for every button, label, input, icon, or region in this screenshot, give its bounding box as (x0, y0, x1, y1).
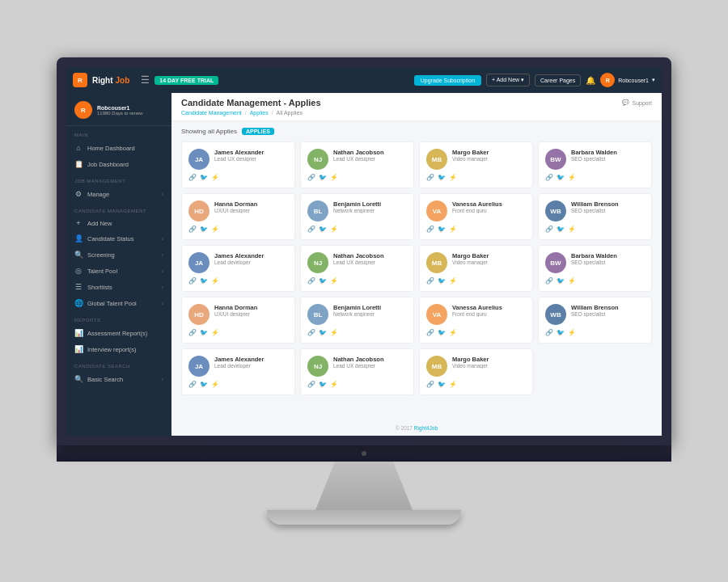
career-pages-button[interactable]: Career Pages (535, 74, 581, 86)
candidate-card[interactable]: NJ Nathan Jacobson Lead UX designer 🔗 🐦 … (300, 348, 414, 395)
twitter-icon[interactable]: 🐦 (319, 174, 327, 181)
support-link[interactable]: 💬 Support (622, 99, 652, 106)
twitter-icon[interactable]: 🐦 (438, 174, 446, 181)
candidate-card[interactable]: WB William Brenson SEO specialist 🔗 🐦 ⚡ (538, 297, 652, 344)
candidate-card[interactable]: VA Vanessa Aurelius Front end guru 🔗 🐦 ⚡ (419, 297, 533, 344)
candidate-card[interactable]: WB William Brenson SEO specialist 🔗 🐦 ⚡ (538, 193, 652, 240)
candidate-avatar: VA (426, 304, 447, 325)
hamburger-icon[interactable]: ☰ (141, 74, 150, 86)
candidate-card[interactable]: HD Hanna Dorman UX/UI designer 🔗 🐦 ⚡ (181, 297, 295, 344)
linkedin-icon[interactable]: 🔗 (307, 226, 315, 233)
github-icon[interactable]: ⚡ (211, 277, 219, 285)
twitter-icon[interactable]: 🐦 (200, 226, 208, 233)
github-icon[interactable]: ⚡ (568, 174, 576, 181)
candidate-card[interactable]: VA Vanessa Aurelius Front end guru 🔗 🐦 ⚡ (419, 193, 533, 240)
candidate-card[interactable]: MB Margo Baker Video manager 🔗 🐦 ⚡ (419, 245, 533, 292)
github-icon[interactable]: ⚡ (449, 226, 457, 233)
github-icon[interactable]: ⚡ (449, 277, 457, 285)
linkedin-icon[interactable]: 🔗 (545, 277, 553, 285)
sidebar-item-interview[interactable]: 📊 Interview report(s) (66, 341, 171, 357)
navbar-user[interactable]: R Robcouser1 ▾ (600, 73, 655, 87)
candidate-card[interactable]: BW Barbara Walden SEO specialist 🔗 🐦 ⚡ (538, 245, 652, 292)
linkedin-icon[interactable]: 🔗 (545, 226, 553, 233)
linkedin-icon[interactable]: 🔗 (188, 381, 197, 388)
linkedin-icon[interactable]: 🔗 (426, 277, 434, 285)
linkedin-icon[interactable]: 🔗 (307, 329, 315, 336)
twitter-icon[interactable]: 🐦 (557, 329, 565, 336)
sidebar-item-job[interactable]: 📋 Job Dashboard (66, 156, 171, 172)
github-icon[interactable]: ⚡ (568, 277, 576, 285)
notification-icon[interactable]: 🔔 (586, 76, 595, 85)
linkedin-icon[interactable]: 🔗 (426, 174, 434, 181)
twitter-icon[interactable]: 🐦 (200, 329, 208, 336)
twitter-icon[interactable]: 🐦 (200, 381, 208, 388)
candidate-card[interactable]: BL Benjamin Loretti Network engineer 🔗 🐦… (300, 193, 414, 240)
breadcrumb-applies[interactable]: Applies (250, 110, 269, 116)
github-icon[interactable]: ⚡ (449, 381, 457, 388)
footer-link[interactable]: Right4Job (414, 425, 438, 431)
github-icon[interactable]: ⚡ (330, 277, 338, 285)
sidebar-item-talent-pool[interactable]: ◎ Talent Pool › (66, 263, 171, 279)
linkedin-icon[interactable]: 🔗 (188, 226, 197, 233)
linkedin-icon[interactable]: 🔗 (426, 381, 434, 388)
add-new-button[interactable]: + Add New ▾ (486, 74, 530, 86)
twitter-icon[interactable]: 🐦 (319, 329, 327, 336)
sidebar-item-home[interactable]: ⌂ Home Dashboard (66, 140, 171, 156)
sidebar-item-manage[interactable]: ⚙ Manage › (66, 186, 171, 202)
github-icon[interactable]: ⚡ (211, 329, 219, 336)
sidebar-item-screening[interactable]: 🔍 Screening › (66, 247, 171, 263)
linkedin-icon[interactable]: 🔗 (188, 277, 197, 285)
sidebar-item-add-new[interactable]: + Add New (66, 216, 171, 230)
twitter-icon[interactable]: 🐦 (319, 381, 327, 388)
linkedin-icon[interactable]: 🔗 (426, 226, 434, 233)
sidebar-item-shortlists[interactable]: ☰ Shortlists › (66, 279, 171, 295)
candidate-card[interactable]: JA James Alexander Lead developer 🔗 🐦 ⚡ (181, 245, 295, 292)
linkedin-icon[interactable]: 🔗 (188, 329, 197, 336)
github-icon[interactable]: ⚡ (330, 381, 338, 388)
github-icon[interactable]: ⚡ (449, 329, 457, 336)
github-icon[interactable]: ⚡ (330, 329, 338, 336)
linkedin-icon[interactable]: 🔗 (545, 174, 553, 181)
linkedin-icon[interactable]: 🔗 (307, 277, 315, 285)
candidate-card[interactable]: JA James Alexander Lead developer 🔗 🐦 ⚡ (181, 348, 295, 395)
github-icon[interactable]: ⚡ (568, 329, 576, 336)
twitter-icon[interactable]: 🐦 (200, 174, 208, 181)
candidate-card[interactable]: MB Margo Baker Video manager 🔗 🐦 ⚡ (419, 141, 533, 188)
github-icon[interactable]: ⚡ (568, 226, 576, 233)
sidebar-item-assessment[interactable]: 📊 Assessment Report(s) (66, 325, 171, 341)
twitter-icon[interactable]: 🐦 (438, 277, 446, 285)
linkedin-icon[interactable]: 🔗 (188, 174, 197, 181)
github-icon[interactable]: ⚡ (211, 226, 219, 233)
twitter-icon[interactable]: 🐦 (438, 226, 446, 233)
github-icon[interactable]: ⚡ (211, 381, 219, 388)
github-icon[interactable]: ⚡ (330, 174, 338, 181)
linkedin-icon[interactable]: 🔗 (307, 174, 315, 181)
candidate-card[interactable]: BL Benjamin Loretti Network engineer 🔗 🐦… (300, 297, 414, 344)
breadcrumb-candidate-mgmt[interactable]: Candidate Management (181, 110, 242, 116)
twitter-icon[interactable]: 🐦 (557, 277, 565, 285)
candidate-card[interactable]: BW Barbara Walden SEO specialist 🔗 🐦 ⚡ (538, 141, 652, 188)
twitter-icon[interactable]: 🐦 (319, 277, 327, 285)
candidate-card[interactable]: NJ Nathan Jacobson Lead UX designer 🔗 🐦 … (300, 141, 414, 188)
linkedin-icon[interactable]: 🔗 (426, 329, 434, 336)
sidebar-item-global-talent[interactable]: 🌐 Global Talent Pool › (66, 295, 171, 311)
github-icon[interactable]: ⚡ (449, 174, 457, 181)
sidebar-item-candidate-status[interactable]: 👤 Candidate Status › (66, 230, 171, 247)
github-icon[interactable]: ⚡ (211, 174, 219, 181)
candidate-card[interactable]: MB Margo Baker Video manager 🔗 🐦 ⚡ (419, 348, 533, 395)
twitter-icon[interactable]: 🐦 (438, 329, 446, 336)
linkedin-icon[interactable]: 🔗 (545, 329, 553, 336)
candidate-card[interactable]: HD Hanna Dorman UX/UI designer 🔗 🐦 ⚡ (181, 193, 295, 240)
candidate-card[interactable]: NJ Nathan Jacobson Lead UX designer 🔗 🐦 … (300, 245, 414, 292)
twitter-icon[interactable]: 🐦 (200, 277, 208, 285)
twitter-icon[interactable]: 🐦 (557, 226, 565, 233)
sidebar-item-basic-search[interactable]: 🔍 Basic Search › (66, 371, 171, 387)
github-icon[interactable]: ⚡ (330, 226, 338, 233)
upgrade-button[interactable]: Upgrade Subscription (414, 75, 481, 86)
twitter-icon[interactable]: 🐦 (319, 226, 327, 233)
twitter-icon[interactable]: 🐦 (438, 381, 446, 388)
candidate-card[interactable]: JA James Alexander Lead UX designer 🔗 🐦 … (181, 141, 295, 188)
footer: © 2017 Right4Job (171, 420, 662, 436)
linkedin-icon[interactable]: 🔗 (307, 381, 315, 388)
twitter-icon[interactable]: 🐦 (557, 174, 565, 181)
